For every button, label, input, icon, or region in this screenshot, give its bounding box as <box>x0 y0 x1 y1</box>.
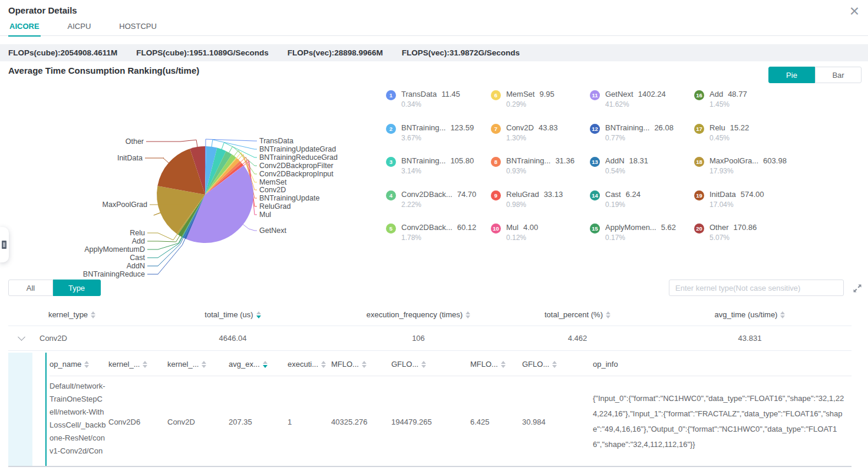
tab-aicpu[interactable]: AICPU <box>67 19 93 35</box>
kernel-cell-value: 4.462 <box>568 334 588 343</box>
legend-item-Conv2DBackpropInput[interactable]: 5Conv2DBack...60.121.78% <box>386 223 491 257</box>
detail-header-9[interactable]: op_info <box>593 360 852 369</box>
page-title: Operator Details <box>8 5 77 15</box>
sort-caret-icon[interactable] <box>606 311 610 318</box>
legend-texts: Conv2DBack...60.121.78% <box>401 223 476 242</box>
legend-item-ReluGrad[interactable]: 9ReluGrad33.130.98% <box>491 190 590 224</box>
filter-type-button[interactable]: Type <box>53 280 101 296</box>
sort-asc-arrow <box>466 311 470 314</box>
sort-caret-icon[interactable] <box>421 361 426 368</box>
kernel-header-0[interactable]: kernel_type <box>8 310 136 319</box>
kernel-header-1[interactable]: total_time (us) <box>136 310 330 319</box>
legend-item-Relu[interactable]: 17Relu15.220.45% <box>694 123 794 157</box>
kernel-table-row[interactable]: Conv2D4646.041064.46243.831 <box>8 326 852 351</box>
detail-cell-value: Conv2D6 <box>108 418 140 426</box>
expanded-row-indicator <box>8 353 32 466</box>
sort-asc-arrow <box>780 311 785 314</box>
pie-chart[interactable]: TransDataBNTrainingUpdateGradBNTrainingR… <box>0 88 389 283</box>
legend-item-MemSet[interactable]: 6MemSet9.950.29% <box>491 90 590 123</box>
detail-header-0[interactable]: op_name <box>49 360 108 369</box>
legend-item-Mul[interactable]: 10Mul4.000.12% <box>491 223 590 257</box>
legend-op-value: 15.22 <box>730 123 750 132</box>
sort-caret-icon[interactable] <box>91 311 95 318</box>
legend-item-AddN[interactable]: 13AddN18.310.54% <box>590 156 694 190</box>
legend-op-percent: 0.45% <box>709 134 749 142</box>
sort-caret-icon[interactable] <box>501 361 506 368</box>
legend-item-TransData[interactable]: 1TransData11.450.34% <box>386 90 491 123</box>
kernel-type-search-input[interactable] <box>669 280 844 296</box>
tab-aicore[interactable]: AICORE <box>8 19 41 37</box>
sort-caret-icon[interactable] <box>143 361 147 368</box>
sort-caret-icon[interactable] <box>256 311 261 318</box>
legend-item-Other[interactable]: 20Other170.865.07% <box>694 223 794 257</box>
sort-caret-icon[interactable] <box>466 311 470 318</box>
detail-table-row[interactable]: Default/network-TrainOneStepCell/network… <box>49 376 852 466</box>
legend-rank-badge: 5 <box>386 224 396 234</box>
legend-texts: Add48.771.45% <box>709 90 747 109</box>
close-button[interactable]: × <box>846 2 863 20</box>
chart-mode-bar-button[interactable]: Bar <box>815 67 862 83</box>
sort-caret-icon[interactable] <box>321 361 326 368</box>
detail-header-7[interactable]: MFLO... <box>470 360 522 369</box>
legend-op-percent: 0.12% <box>506 234 538 242</box>
legend-item-Conv2D[interactable]: 7Conv2D43.831.30% <box>491 123 590 157</box>
legend-item-BNTrainingReduce[interactable]: 12BNTraining...26.080.77% <box>590 123 694 157</box>
kernel-cell-value: 106 <box>412 334 425 343</box>
legend-texts: ApplyMomen...5.620.17% <box>605 223 676 242</box>
detail-header-8[interactable]: GFLO... <box>522 360 593 369</box>
tab-hostcpu[interactable]: HOSTCPU <box>118 19 158 35</box>
legend-item-GetNext[interactable]: 11GetNext1402.2441.62% <box>590 90 694 123</box>
legend-rank-badge: 16 <box>694 90 704 100</box>
legend-item-MaxPoolGrad[interactable]: 18MaxPoolGra...603.9817.93% <box>694 156 794 190</box>
legend-op-name: ApplyMomen... <box>605 223 656 232</box>
detail-cell-6: 194479.265 <box>391 418 470 426</box>
sort-caret-icon[interactable] <box>202 361 206 368</box>
legend-rank-badge: 15 <box>590 224 600 234</box>
detail-header-3[interactable]: avg_ex... <box>229 360 288 369</box>
detail-header-5[interactable]: MFLO... <box>331 360 391 369</box>
sort-caret-icon[interactable] <box>362 361 367 368</box>
filter-all-button[interactable]: All <box>8 280 53 296</box>
pie-label-BNTrainingUpdate: BNTrainingUpdate <box>259 194 319 202</box>
sort-desc-arrow <box>466 315 470 318</box>
legend-item-Add[interactable]: 16Add48.771.45% <box>694 90 794 123</box>
detail-cell-value: 6.425 <box>470 418 490 426</box>
row-expand-chevron-icon[interactable] <box>18 333 25 341</box>
sort-caret-icon[interactable] <box>263 361 268 368</box>
sort-asc-arrow <box>91 311 95 314</box>
kernel-header-3[interactable]: total_percent (%) <box>507 310 648 319</box>
kernel-header-4[interactable]: avg_time (us/time) <box>648 310 852 319</box>
legend-item-ApplyMomentumD[interactable]: 15ApplyMomen...5.620.17% <box>590 223 694 257</box>
legend-op-value: 26.08 <box>654 123 674 132</box>
panel-toggle-handle[interactable] <box>0 227 9 262</box>
legend-item-BNTrainingReduceGrad[interactable]: 3BNTraining...105.803.14% <box>386 156 491 190</box>
kernel-cell-0: Conv2D <box>8 334 136 343</box>
fullscreen-icon[interactable] <box>852 283 863 294</box>
legend-item-InitData[interactable]: 19InitData574.0017.04% <box>694 190 794 224</box>
tab-bar: AICOREAICPUHOSTCPU <box>0 19 868 36</box>
detail-cell-value: 207.35 <box>229 418 252 426</box>
detail-header-1[interactable]: kernel_... <box>108 360 167 369</box>
legend-texts: MemSet9.950.29% <box>506 90 555 109</box>
sort-caret-icon[interactable] <box>552 361 557 368</box>
legend-item-BNTrainingUpdateGrad[interactable]: 2BNTraining...123.593.67% <box>386 123 491 157</box>
detail-header-2[interactable]: kernel_... <box>167 360 229 369</box>
chart-mode-pie-button[interactable]: Pie <box>768 67 815 83</box>
legend-rank-badge: 19 <box>694 190 704 201</box>
detail-header-6[interactable]: GFLO... <box>391 360 470 369</box>
legend-label-line: Relu15.22 <box>709 123 749 132</box>
kernel-header-2[interactable]: execution_frequency (times) <box>330 310 507 319</box>
legend-op-value: 123.59 <box>450 123 474 132</box>
legend-op-percent: 0.54% <box>605 167 648 175</box>
legend-op-value: 48.77 <box>728 90 747 98</box>
legend-item-BNTrainingUpdate[interactable]: 8BNTraining...31.360.93% <box>491 156 590 190</box>
legend-item-Cast[interactable]: 14Cast6.240.19% <box>590 190 694 224</box>
sort-caret-icon[interactable] <box>84 361 89 368</box>
legend-label-line: InitData574.00 <box>709 190 764 199</box>
pie-label-line-GetNext <box>243 224 257 231</box>
sort-caret-icon[interactable] <box>780 311 785 318</box>
detail-header-4[interactable]: executi... <box>288 360 331 369</box>
legend-item-Conv2DBackpropFilter[interactable]: 4Conv2DBack...74.702.22% <box>386 190 491 224</box>
pie-label-InitData: InitData <box>117 154 143 162</box>
pie-label-line-BNTrainingReduce <box>147 238 186 274</box>
